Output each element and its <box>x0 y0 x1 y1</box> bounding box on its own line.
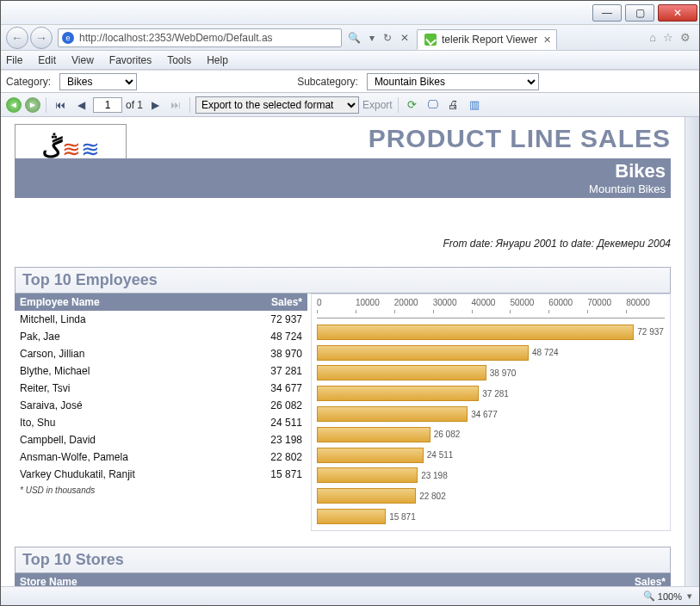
menu-edit[interactable]: Edit <box>38 54 56 66</box>
category-select[interactable]: Bikes <box>59 73 137 90</box>
cell-employee-name: Carson, Jillian <box>20 348 251 360</box>
cell-sales: 22 802 <box>251 451 302 463</box>
forward-button[interactable]: → <box>30 27 53 49</box>
table-row: Pak, Jae48 724 <box>15 328 307 345</box>
command-bar: ⌂ ☆ ⚙ <box>649 31 694 44</box>
chart-bar-row: 22 802 <box>317 485 665 506</box>
tab-close-icon[interactable]: ✕ <box>543 34 551 46</box>
chart-bar-row: 15 871 <box>317 506 665 527</box>
print-icon[interactable]: 🖨 <box>445 96 462 114</box>
export-button: Export <box>362 99 393 111</box>
nav-forward-icon[interactable]: ► <box>25 97 40 113</box>
favorites-icon[interactable]: ☆ <box>663 31 673 44</box>
section-top-stores: Top 10 Stores <box>15 547 671 573</box>
home-icon[interactable]: ⌂ <box>649 31 656 44</box>
table-row: Carson, Jillian38 970 <box>15 345 307 362</box>
back-button[interactable]: ← <box>6 27 28 49</box>
status-bar: 🔍 100% ▾ <box>1 586 699 605</box>
menu-file[interactable]: File <box>6 54 22 66</box>
content-frame: Category: Bikes Subcategory: Mountain Bi… <box>1 70 699 605</box>
table-row: Ansman-Wolfe, Pamela22 802 <box>15 448 307 466</box>
table-header: Employee Name Sales* <box>15 294 307 311</box>
export-format-select[interactable]: Export to the selected format <box>195 96 359 114</box>
browser-window: — ▢ ✕ ← → e 🔍 ▾ ↻ ✕ telerik Report Viewe… <box>0 0 700 606</box>
cell-employee-name: Varkey Chudukatil, Ranjit <box>20 468 251 480</box>
report-scroll-area[interactable]: ڴ≋≋ Adventure Works PRODUCT LINE SALES B… <box>1 117 685 586</box>
refresh-icon[interactable]: ↻ <box>381 31 394 45</box>
chart-bar <box>317 365 486 380</box>
report-body: ڴ≋≋ Adventure Works PRODUCT LINE SALES B… <box>1 117 685 586</box>
chart-bar-label: 48 724 <box>532 348 559 357</box>
report-parameters-bar: Category: Bikes Subcategory: Mountain Bi… <box>1 71 699 93</box>
axis-tick: 80000 <box>626 298 665 307</box>
cell-employee-name: Mitchell, Linda <box>20 313 251 325</box>
chart-bar <box>317 325 634 340</box>
axis-tick: 70000 <box>587 298 626 307</box>
col-employee-name: Employee Name <box>20 296 251 308</box>
cell-employee-name: Ito, Shu <box>20 417 251 429</box>
first-page-icon[interactable]: ⏮ <box>52 96 69 114</box>
axis-tick: 60000 <box>548 298 587 307</box>
toggle-layout-icon[interactable]: ▥ <box>466 96 483 114</box>
chart-bar <box>317 488 416 504</box>
url-input[interactable] <box>77 30 341 46</box>
print-preview-icon[interactable]: 🖵 <box>424 96 442 114</box>
refresh-report-icon[interactable]: ⟳ <box>404 96 421 114</box>
chart-bar <box>317 386 479 401</box>
minimize-button[interactable]: — <box>592 4 622 22</box>
menu-help[interactable]: Help <box>207 54 228 66</box>
axis-tick: 40000 <box>472 298 511 307</box>
axis-tick: 10000 <box>356 298 394 307</box>
menu-tools[interactable]: Tools <box>167 54 191 66</box>
cell-employee-name: Saraiva, José <box>20 399 251 411</box>
cell-employee-name: Reiter, Tsvi <box>20 382 251 394</box>
menu-favorites[interactable]: Favorites <box>109 54 152 66</box>
table-row: Campbell, David23 198 <box>15 431 307 448</box>
chart-bar-row: 26 082 <box>317 424 665 445</box>
close-button[interactable]: ✕ <box>658 4 697 22</box>
chart-bar-label: 15 871 <box>389 512 416 522</box>
menu-view[interactable]: View <box>71 54 94 66</box>
subcategory-select[interactable]: Mountain Bikes <box>367 73 539 90</box>
section-top-employees: Top 10 Employees <box>15 267 671 294</box>
search-icon[interactable]: 🔍 <box>345 31 363 45</box>
nav-back-icon[interactable]: ◄ <box>6 97 22 113</box>
cell-sales: 37 281 <box>251 365 302 377</box>
col-store-name: Store Name <box>20 576 614 586</box>
cell-employee-name: Blythe, Michael <box>20 365 251 377</box>
chart-bar <box>317 406 468 422</box>
band-subcategory: Mountain Bikes <box>20 182 666 195</box>
report-title: PRODUCT LINE SALES <box>369 124 671 153</box>
axis-tick: 30000 <box>433 298 472 307</box>
tab-label: telerik Report Viewer <box>442 34 537 46</box>
tab-favicon-icon <box>424 34 437 46</box>
maximize-button[interactable]: ▢ <box>625 4 654 22</box>
zoom-dropdown-icon[interactable]: ▾ <box>687 591 692 602</box>
chart-bar-label: 72 937 <box>637 327 664 337</box>
stop-icon[interactable]: ✕ <box>398 31 412 45</box>
chart-bar-row: 34 677 <box>317 404 665 424</box>
logo-icon: ڴ≋≋ <box>42 138 100 160</box>
vertical-scrollbar[interactable] <box>685 117 699 586</box>
cell-employee-name: Campbell, David <box>20 434 251 446</box>
col-sales: Sales* <box>251 296 302 308</box>
date-range-label: From date: Януари 2001 to date: Декемери… <box>15 238 671 250</box>
axis-tick: 0 <box>317 298 356 307</box>
band-category: Bikes <box>20 160 666 182</box>
tools-gear-icon[interactable]: ⚙ <box>680 31 691 44</box>
next-page-icon[interactable]: ▶ <box>146 96 164 114</box>
zoom-icon[interactable]: 🔍 <box>643 591 655 602</box>
browser-tab[interactable]: telerik Report Viewer ✕ <box>417 29 557 50</box>
chart-bar-label: 24 511 <box>427 450 454 460</box>
page-number-input[interactable] <box>93 97 122 113</box>
table-footnote: * USD in thousands <box>15 483 307 498</box>
address-tools: 🔍 ▾ ↻ ✕ <box>345 31 412 45</box>
cell-sales: 15 871 <box>251 468 302 480</box>
cell-sales: 23 198 <box>251 434 302 446</box>
axis-tick: 20000 <box>394 298 433 307</box>
ie-favicon-icon: e <box>62 32 74 44</box>
chart-bar-label: 23 198 <box>421 471 448 480</box>
axis-tick: 50000 <box>510 298 548 307</box>
prev-page-icon[interactable]: ◀ <box>72 96 90 114</box>
category-label: Category: <box>6 76 51 88</box>
